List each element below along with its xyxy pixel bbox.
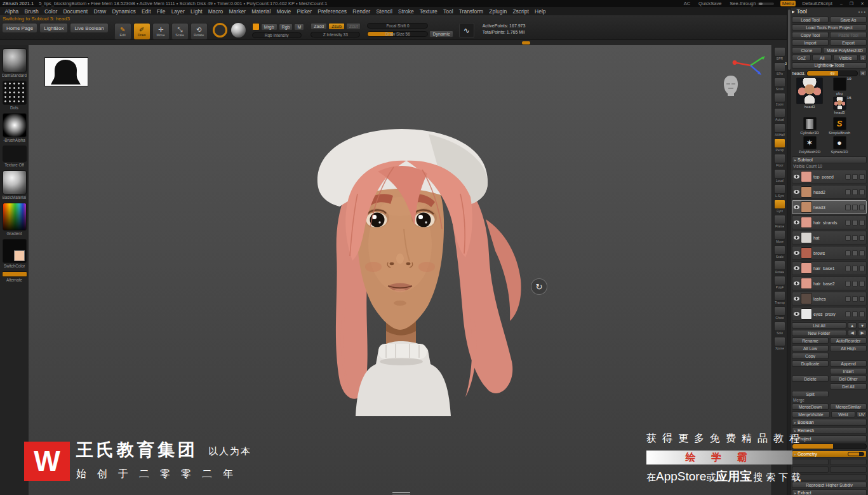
mask-icon[interactable] [859,311,865,317]
subtool-row[interactable]: eyes_proxy [792,307,867,321]
left-tray-item[interactable]: Texture Off [0,146,29,167]
subtool-row[interactable]: hat [792,231,867,245]
z-intensity-slider[interactable]: Z Intensity 33 [310,32,360,37]
load-tool-button[interactable]: Load Tool [792,17,829,23]
save-as-button[interactable]: Save As [830,17,867,23]
left-tray-thumbnail[interactable] [3,203,27,231]
sculpt-icon[interactable] [852,311,858,317]
sculpt-icon[interactable] [852,174,858,180]
menu-item[interactable]: Zscript [510,8,532,15]
autoreorder-button[interactable]: AutoReorder [830,337,867,344]
insert-button[interactable]: Insert [830,368,867,374]
split-button[interactable]: Split [792,391,829,397]
shelf-button[interactable]: Xpose [772,337,787,350]
stroke-type-icon[interactable]: ∿ [459,23,474,38]
visibility-eye-icon[interactable] [794,236,799,240]
sculpt-icon[interactable] [852,296,858,302]
left-tray-item[interactable]: -BrushAlpha [0,113,29,142]
palette-caret-icon[interactable]: ▸ [792,8,795,15]
draw-size-slider[interactable]: Draw Size 56 [367,31,428,37]
polypaint-icon[interactable] [845,266,851,271]
subtool-down-button[interactable]: ▼ [858,322,867,329]
menu-item[interactable]: Stencil [373,8,396,15]
shelf-button[interactable]: Scroll [772,78,787,91]
left-tray-item[interactable]: Alternate [0,271,29,282]
visibility-eye-icon[interactable] [794,312,799,316]
menu-item[interactable]: Layer [168,8,187,15]
sculpt-icon[interactable] [852,235,858,241]
menu-item[interactable]: Marker [226,8,249,15]
polypaint-icon[interactable] [845,235,851,241]
minimize-button[interactable]: – [839,1,844,6]
rgb-button[interactable]: Rgb [279,24,293,31]
menu-item[interactable]: Brush [22,8,41,15]
polypaint-icon[interactable] [845,220,851,226]
camera-head-icon[interactable] [722,74,740,97]
left-tray-thumbnail[interactable] [3,239,27,263]
folder-left-button[interactable]: ◀ [848,330,857,336]
copy-subtool-button[interactable]: Copy [792,353,829,359]
clone-button[interactable]: Clone [792,47,822,53]
visibility-eye-icon[interactable] [794,266,799,270]
polypaint-icon[interactable] [845,174,851,180]
maximize-button[interactable]: ❐ [848,1,855,6]
left-tray-item[interactable]: DamStandard [0,48,29,78]
copy-tool-button[interactable]: Copy Tool [792,32,829,38]
shelf-button[interactable]: L.Sym [772,184,787,198]
polypaint-icon[interactable] [845,281,851,287]
mrgb-button[interactable]: Mrgb [261,24,277,31]
all-low-button[interactable]: All Low [792,345,829,351]
tool-thumb[interactable]: 10 pbg [830,78,849,95]
list-all-button[interactable]: List All [792,322,846,329]
all-high-button[interactable]: All High [830,345,867,351]
document-thumbnail[interactable] [44,57,88,86]
active-color-swatch[interactable] [252,23,260,31]
mask-icon[interactable] [859,266,865,271]
menu-item[interactable]: Document [60,8,91,15]
shelf-button[interactable]: PolyF [772,276,787,289]
goz-visible-button[interactable]: Visible [833,55,858,61]
menu-item[interactable]: Macro [205,8,226,15]
mask-icon[interactable] [859,220,865,226]
shelf-button[interactable]: Local [772,169,787,182]
subtool-up-button[interactable]: ▲ [848,322,857,329]
tool-thumb[interactable]: S SimpleBrush [825,117,854,135]
mask-icon[interactable] [859,235,865,241]
goz-all-button[interactable]: All [812,55,831,61]
menu-item[interactable]: Color [41,8,60,15]
see-through-control[interactable]: See-through [728,1,775,6]
append-button[interactable]: Append [830,360,867,367]
sculpt-icon[interactable] [852,220,858,226]
shelf-button[interactable]: Rotate [772,261,787,274]
subtool-header[interactable]: ▸ Subtool [792,156,867,163]
make-polymesh3d-button[interactable]: Make PolyMesh3D [823,47,867,53]
polypaint-icon[interactable] [845,311,851,317]
tool-thumb[interactable]: ● Sphere3D [825,136,854,154]
mask-icon[interactable] [859,250,865,256]
shelf-button[interactable]: Solo [772,322,787,335]
paste-tool-button[interactable]: Paste Tool [830,32,867,38]
menu-item[interactable]: Texture [417,8,440,15]
menu-item[interactable]: Edit [138,8,154,15]
polypaint-icon[interactable] [845,250,851,256]
menu-item[interactable]: Render [350,8,373,15]
left-tray-item[interactable]: BasicMaterial [0,170,29,200]
menu-item[interactable]: Transform [456,8,486,15]
menu-item[interactable]: Light [188,8,206,15]
default-zscript-button[interactable]: DefaultZScript [800,1,834,6]
mergesimilar-button[interactable]: MergeSimilar [830,403,867,410]
dynamic-button[interactable]: Dynamic [429,31,453,37]
menu-toggle-button[interactable]: Menu [780,1,796,6]
current-brush-icon[interactable] [213,23,227,37]
edit-mode-button[interactable]: ✎ Edit [114,23,131,40]
boolean-section-header[interactable]: ▸Boolean [792,419,867,426]
left-tray-item[interactable]: Gradient [0,203,29,236]
tool-r-button[interactable]: R [859,70,867,76]
left-tray-thumbnail[interactable] [3,81,27,105]
tool-icon-size-slider[interactable]: 49 [806,71,858,76]
visibility-eye-icon[interactable] [794,190,799,194]
export-button[interactable]: Export [830,39,867,46]
shelf-button[interactable]: Actual [772,108,787,121]
menu-item[interactable]: Picker [294,8,315,15]
lightbox-tools-button[interactable]: Lightbox▶Tools [792,62,867,69]
